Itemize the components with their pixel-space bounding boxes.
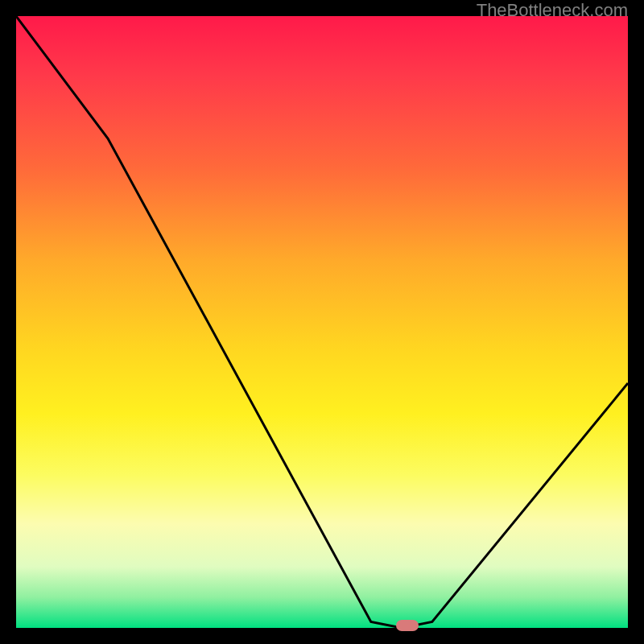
bottleneck-line xyxy=(16,16,628,628)
chart-container: TheBottleneck.com xyxy=(0,0,644,644)
optimal-point-marker xyxy=(396,620,419,631)
watermark-text: TheBottleneck.com xyxy=(477,0,628,21)
plot-area xyxy=(16,16,628,628)
